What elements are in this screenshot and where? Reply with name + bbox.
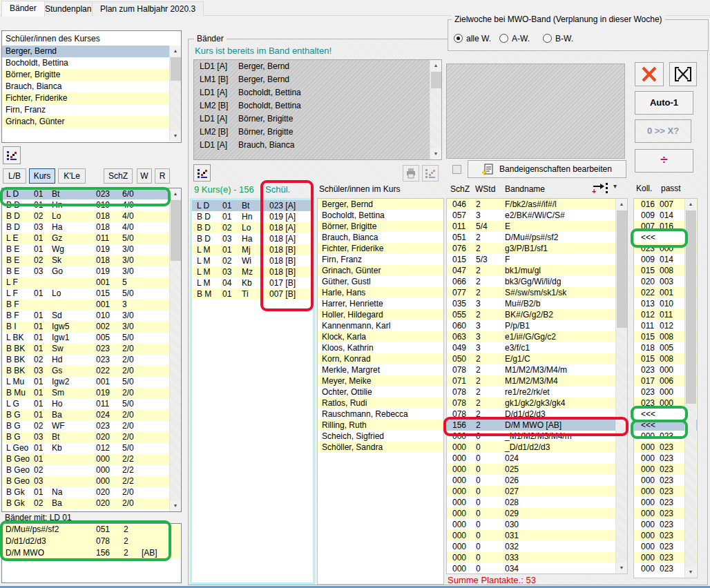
header-w-button[interactable]: W [137, 168, 152, 184]
kurs-student-item[interactable]: Rilling, Ruth [318, 420, 443, 431]
radio-a-w[interactable]: A-W. [499, 34, 530, 43]
band-row[interactable]: 0472bk1/mu/gl [447, 265, 627, 276]
scroll-down-icon[interactable]: ▼ [430, 148, 441, 159]
band-row[interactable]: 0115/4E [447, 221, 627, 232]
course-row[interactable]: L F0015 [2, 277, 181, 288]
band-row[interactable]: 0000032 [447, 541, 627, 552]
course-row[interactable]: L Mu01Igw20015/0 [2, 376, 181, 387]
divide-button[interactable]: ÷ [635, 149, 693, 173]
band-row[interactable]: 0000034 [447, 563, 627, 574]
student-list-item[interactable]: Bocholdt, Bettina [2, 57, 169, 69]
band-row[interactable]: 0573e2/BK#/Wi/C/S# [447, 210, 627, 221]
band-member-row[interactable]: LD1 [A]Berger, Bernd [194, 60, 441, 73]
dropdown-arrow-icon[interactable]: ▾ [613, 182, 617, 190]
scrollbar[interactable]: ▲ ▼ [430, 60, 441, 159]
band-row[interactable]: 0000025 [447, 464, 627, 475]
course-row[interactable]: B BK03Gs0222/0 [2, 365, 181, 376]
course-row[interactable]: B Gk02Ba0202/0 [2, 498, 181, 509]
scrollbar-thumb[interactable] [686, 210, 696, 404]
header-kle-button[interactable]: K'Le [58, 168, 86, 184]
course-row[interactable]: B G03Bt0202/0 [2, 431, 181, 442]
tab-stundenplan[interactable]: Stundenplan [37, 1, 99, 16]
course-row[interactable]: L G01Ho0115/0 [2, 398, 181, 409]
student-list-item[interactable]: Brauch, Bianca [2, 81, 169, 92]
course-row[interactable]: B F0013 [2, 299, 181, 310]
edit-band-properties-button[interactable]: Bandeigenschaften bearbeiten [468, 160, 626, 178]
course-row[interactable]: B Geo020002/2 [2, 464, 181, 476]
kurs-student-item[interactable]: Meyer, Meike [318, 375, 443, 386]
band-row[interactable]: 0000_M1/M2/M3/M4/m [447, 431, 627, 442]
band-row[interactable]: 0772S#/sw/sm/sk1/sk [447, 287, 627, 298]
course-row[interactable]: B D02Lo0184/0 [2, 210, 181, 222]
course-row[interactable]: B G02WF0232/0 [2, 420, 181, 431]
scrollbar-thumb[interactable] [617, 210, 627, 328]
band-member-row[interactable]: LM2 [B]Bocholdt, Bettina [194, 99, 441, 112]
course-row[interactable]: B G01Ba0242/0 [2, 409, 181, 420]
zero-to-x-button[interactable]: 0 >> X? [635, 119, 691, 143]
band-row[interactable]: 0782gk1/gk2/gk3/gk4 [447, 398, 627, 409]
band-row[interactable]: 0782D/d1/d2/d3 [447, 409, 627, 420]
scroll-up-icon[interactable]: ▲ [170, 188, 181, 199]
band-row[interactable]: 0000031 [447, 530, 627, 541]
band-row[interactable]: 0000030 [447, 519, 627, 530]
edit-checkbox[interactable] [452, 165, 461, 174]
scrollbar-thumb[interactable] [171, 57, 181, 81]
band-row[interactable]: 0462F/bk2/as#/if#/l [447, 199, 627, 210]
kurs-student-item[interactable]: Harrer, Henriette [318, 298, 443, 309]
course-row[interactable]: L F01Lo0155/0 [2, 288, 181, 299]
student-list-item[interactable]: Fichter, Friderike [2, 92, 169, 104]
band-course-row[interactable]: L M04Kb017 [B] [192, 277, 313, 288]
kurs-student-item[interactable]: Ratlos, Rudi [318, 398, 443, 409]
kurs-student-item[interactable]: Merkle, Margret [318, 364, 443, 375]
band-member-row[interactable]: LD1 [A]Börner, Brigitte [194, 112, 441, 126]
band-with-row[interactable]: D/d1/d2/d30782 [2, 536, 181, 547]
band-row[interactable]: 0000029 [447, 508, 627, 519]
kurs-student-item[interactable]: Börner, Brigitte [318, 221, 443, 232]
scroll-up-icon[interactable]: ▲ [170, 46, 181, 57]
header-kurs-button[interactable]: Kurs [29, 168, 55, 184]
course-row[interactable]: B Geo030002/2 [2, 476, 181, 487]
tab-plan-halbjahr[interactable]: Plan zum Halbjahr 2020.3 [92, 1, 204, 16]
kurs-student-item[interactable]: Brauch, Bianca [318, 232, 443, 243]
add-to-band-button[interactable]: + [591, 182, 609, 195]
band-row[interactable]: 0000027 [447, 486, 627, 497]
scroll-down-icon[interactable]: ▼ [616, 562, 627, 574]
course-row[interactable]: B Geo010002/2 [2, 453, 181, 464]
course-row[interactable]: L BK01Igw10055/0 [2, 332, 181, 343]
tab-baender[interactable]: Bänder [1, 1, 45, 17]
band-course-row[interactable]: B D02Lo018 [A] [192, 222, 313, 233]
band-row[interactable]: 0000033 [447, 552, 627, 563]
student-list-item[interactable]: Berger, Bernd [2, 46, 169, 57]
course-row[interactable]: B BK02Hd0232/0 [2, 354, 181, 365]
student-list-item[interactable]: Firn, Franz [2, 104, 169, 116]
band-member-row[interactable]: LM2 [B]Börner, Brigitte [194, 126, 441, 139]
band-with-row[interactable]: D/Mu#/ps#/sf20512 [2, 524, 181, 536]
scrollbar[interactable]: ▲ ▼ [169, 188, 181, 511]
kurs-student-item[interactable]: Kloos, Kathrin [318, 342, 443, 353]
print-button[interactable] [403, 165, 419, 182]
band-row[interactable]: 0552BK#/G/g2/B2 [447, 309, 627, 320]
course-row[interactable]: B D03Ha0184/0 [2, 222, 181, 233]
remove-all-button[interactable] [669, 62, 697, 86]
band-row[interactable]: 0762g3/P/B1/sf1 [447, 243, 627, 254]
course-row[interactable]: B BK01Sw0232/0 [2, 343, 181, 354]
scrollbar-thumb[interactable] [431, 72, 441, 88]
kurs-student-item[interactable]: Rauschmann, Rebecca [318, 409, 443, 420]
kurs-student-item[interactable]: Berger, Bernd [318, 199, 443, 210]
band-course-row[interactable]: B M01Ti007 [B] [192, 288, 313, 300]
header-schz-button[interactable]: SchZ [104, 168, 133, 184]
band-row[interactable]: 0000026 [447, 475, 627, 486]
kurs-student-item[interactable]: Schöller, Sandra [318, 442, 443, 453]
kurs-student-item[interactable]: Korn, Konrad [318, 353, 443, 364]
kurs-student-item[interactable]: Fichter, Friderike [318, 243, 443, 254]
band-row[interactable]: 0712M1/M2/M3/M4 [447, 375, 627, 386]
course-row[interactable]: B Gk01Na0202/0 [2, 487, 181, 498]
band-row[interactable]: 0603P/p/B1 [447, 320, 627, 331]
scroll-up-icon[interactable]: ▲ [430, 60, 441, 71]
scrollbar[interactable]: ▲ ▼ [169, 46, 181, 141]
radio-b-w[interactable]: B-W. [543, 34, 573, 43]
scroll-up-icon[interactable]: ▲ [685, 199, 696, 210]
band-course-row[interactable]: L M03Mz018 [B] [192, 266, 313, 277]
band-row[interactable]: 0633e1/i#/G/Gg/c2 [447, 331, 627, 342]
scroll-up-icon[interactable]: ▲ [616, 199, 627, 210]
